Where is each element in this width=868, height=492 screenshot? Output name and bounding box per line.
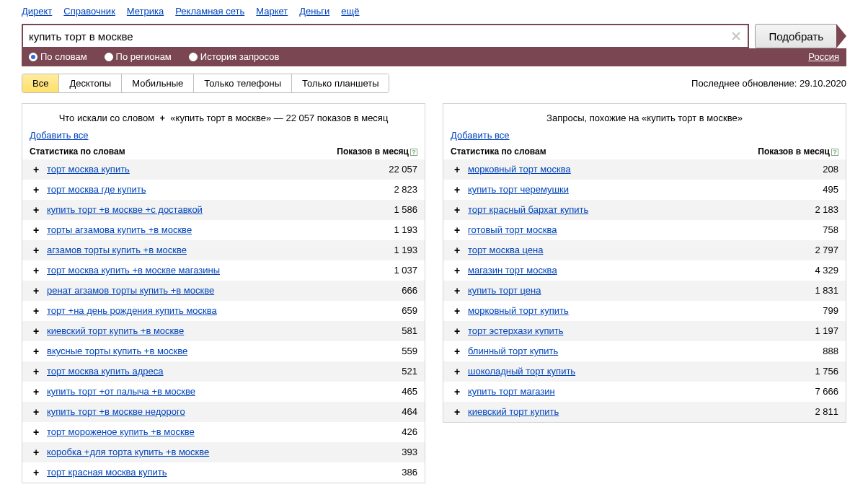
- add-all-link[interactable]: Добавить все: [443, 130, 517, 145]
- keyword-link[interactable]: вкусные торты купить +в москве: [47, 346, 402, 356]
- add-keyword-icon[interactable]: +: [451, 184, 464, 196]
- radio-by-regions[interactable]: По регионам: [105, 51, 172, 62]
- col-count: Показов в месяц?: [758, 146, 838, 157]
- keyword-count: 2 823: [394, 184, 417, 195]
- add-keyword-icon[interactable]: +: [451, 386, 464, 397]
- keyword-count: 2 797: [815, 245, 838, 255]
- plus-icon: +: [160, 113, 166, 123]
- top-nav-link[interactable]: Справочник: [63, 6, 115, 17]
- keyword-link[interactable]: киевский торт купить: [468, 406, 815, 417]
- device-tab[interactable]: Все: [22, 74, 59, 92]
- keyword-link[interactable]: купить торт цена: [468, 285, 815, 296]
- region-link[interactable]: Россия: [808, 51, 839, 62]
- radio-dot-icon: [29, 53, 37, 61]
- add-keyword-icon[interactable]: +: [30, 265, 43, 276]
- keyword-link[interactable]: купить торт магазин: [468, 386, 815, 397]
- add-keyword-icon[interactable]: +: [30, 386, 43, 397]
- device-tab[interactable]: Только планшеты: [292, 74, 389, 92]
- clear-icon[interactable]: [730, 30, 742, 42]
- keyword-link[interactable]: торт москва цена: [468, 245, 815, 255]
- add-keyword-icon[interactable]: +: [451, 366, 464, 377]
- keyword-count: 1 756: [815, 366, 838, 377]
- table-row: +киевский торт купить2 811: [443, 402, 846, 422]
- submit-button[interactable]: Подобрать: [755, 24, 837, 48]
- add-keyword-icon[interactable]: +: [451, 204, 464, 216]
- top-nav-link[interactable]: ещё: [341, 6, 359, 17]
- add-keyword-icon[interactable]: +: [30, 184, 43, 196]
- add-keyword-icon[interactable]: +: [30, 325, 43, 337]
- keyword-link[interactable]: агзамов торты купить +в москве: [47, 245, 394, 255]
- add-all-link[interactable]: Добавить все: [22, 130, 96, 145]
- device-tabs: ВсеДесктопыМобильныеТолько телефоныТольк…: [22, 74, 389, 93]
- keyword-link[interactable]: шоколадный торт купить: [468, 366, 815, 377]
- add-keyword-icon[interactable]: +: [30, 285, 43, 296]
- add-keyword-icon[interactable]: +: [30, 204, 43, 216]
- keyword-link[interactable]: торт москва купить +в москве магазины: [47, 265, 394, 276]
- add-keyword-icon[interactable]: +: [451, 406, 464, 418]
- keyword-link[interactable]: торт красный бархат купить: [468, 204, 815, 215]
- add-keyword-icon[interactable]: +: [30, 346, 43, 357]
- keyword-link[interactable]: торт москва купить: [47, 164, 389, 175]
- keyword-link[interactable]: блинный торт купить: [468, 346, 823, 356]
- keyword-link[interactable]: купить торт +в москве +с доставкой: [47, 204, 394, 215]
- keyword-count: 22 057: [389, 164, 417, 175]
- radio-history[interactable]: История запросов: [189, 51, 280, 62]
- keyword-count: 1 831: [815, 285, 838, 296]
- keyword-link[interactable]: торт москва где купить: [47, 184, 394, 195]
- title-query: «купить торт в москве»: [170, 113, 271, 123]
- table-row: +магазин торт москва4 329: [443, 260, 846, 281]
- keyword-link[interactable]: торт москва купить адреса: [47, 366, 402, 377]
- top-nav-link[interactable]: Рекламная сеть: [175, 6, 244, 17]
- stats-header: Статистика по словам Показов в месяц?: [22, 145, 425, 159]
- add-keyword-icon[interactable]: +: [451, 305, 464, 317]
- add-keyword-icon[interactable]: +: [30, 305, 43, 317]
- add-keyword-icon[interactable]: +: [30, 164, 43, 175]
- keyword-link[interactable]: торт мороженое купить +в москве: [47, 426, 402, 437]
- keyword-link[interactable]: морковный торт купить: [468, 305, 823, 316]
- add-keyword-icon[interactable]: +: [451, 346, 464, 357]
- keyword-link[interactable]: магазин торт москва: [468, 265, 815, 276]
- add-keyword-icon[interactable]: +: [451, 265, 464, 276]
- keyword-link[interactable]: купить торт черемушки: [468, 184, 823, 195]
- top-nav-link[interactable]: Маркет: [256, 6, 288, 17]
- top-nav-link[interactable]: Метрика: [127, 6, 164, 17]
- keyword-link[interactable]: купить торт +в москве недорого: [47, 406, 402, 417]
- add-keyword-icon[interactable]: +: [30, 406, 43, 418]
- keyword-link[interactable]: готовый торт москва: [468, 224, 823, 235]
- keyword-count: 659: [402, 305, 417, 316]
- col-words: Статистика по словам: [30, 146, 125, 157]
- keyword-link[interactable]: торт +на день рождения купить москва: [47, 305, 402, 316]
- top-nav-link[interactable]: Деньги: [299, 6, 329, 17]
- keyword-link[interactable]: купить торт +от палыча +в москве: [47, 386, 402, 397]
- add-keyword-icon[interactable]: +: [451, 224, 464, 236]
- add-keyword-icon[interactable]: +: [30, 245, 43, 256]
- device-tab[interactable]: Мобильные: [122, 74, 194, 92]
- add-keyword-icon[interactable]: +: [30, 467, 43, 478]
- hint-icon[interactable]: ?: [831, 149, 838, 156]
- top-nav-link[interactable]: Директ: [22, 6, 52, 17]
- keyword-link[interactable]: торт эстерхази купить: [468, 325, 815, 336]
- radio-dot-icon: [105, 53, 113, 61]
- add-keyword-icon[interactable]: +: [30, 426, 43, 438]
- add-keyword-icon[interactable]: +: [30, 447, 43, 458]
- keyword-link[interactable]: киевский торт купить +в москве: [47, 325, 402, 336]
- keyword-link[interactable]: торт красная москва купить: [47, 467, 402, 478]
- add-keyword-icon[interactable]: +: [451, 245, 464, 256]
- keyword-count: 888: [823, 346, 838, 356]
- add-keyword-icon[interactable]: +: [30, 224, 43, 236]
- search-input[interactable]: [23, 25, 748, 47]
- device-tab[interactable]: Только телефоны: [194, 74, 292, 92]
- keyword-link[interactable]: торты агзамова купить +в москве: [47, 224, 394, 235]
- device-tab[interactable]: Десктопы: [59, 74, 122, 92]
- keyword-link[interactable]: ренат агзамов торты купить +в москве: [47, 285, 402, 296]
- add-keyword-icon[interactable]: +: [451, 164, 464, 175]
- filter-radios: По словам По регионам История запросов: [29, 51, 279, 62]
- keyword-link[interactable]: морковный торт москва: [468, 164, 823, 175]
- hint-icon[interactable]: ?: [410, 149, 417, 156]
- radio-by-words[interactable]: По словам: [29, 51, 87, 62]
- table-row: +торт москва где купить2 823: [22, 180, 425, 200]
- keyword-link[interactable]: коробка +для торта купить +в москве: [47, 447, 402, 457]
- add-keyword-icon[interactable]: +: [451, 285, 464, 296]
- add-keyword-icon[interactable]: +: [451, 325, 464, 337]
- add-keyword-icon[interactable]: +: [30, 366, 43, 377]
